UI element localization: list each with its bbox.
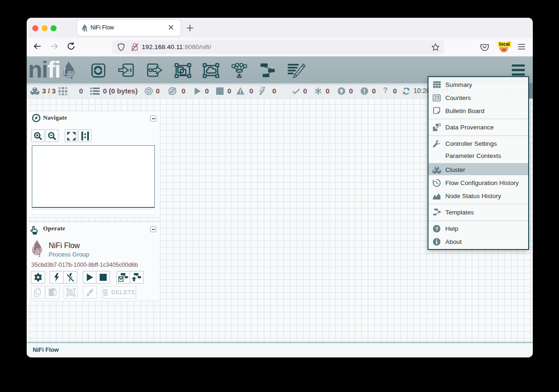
svg-text:23: 23 [434, 95, 440, 100]
svg-text:?: ? [435, 226, 438, 231]
